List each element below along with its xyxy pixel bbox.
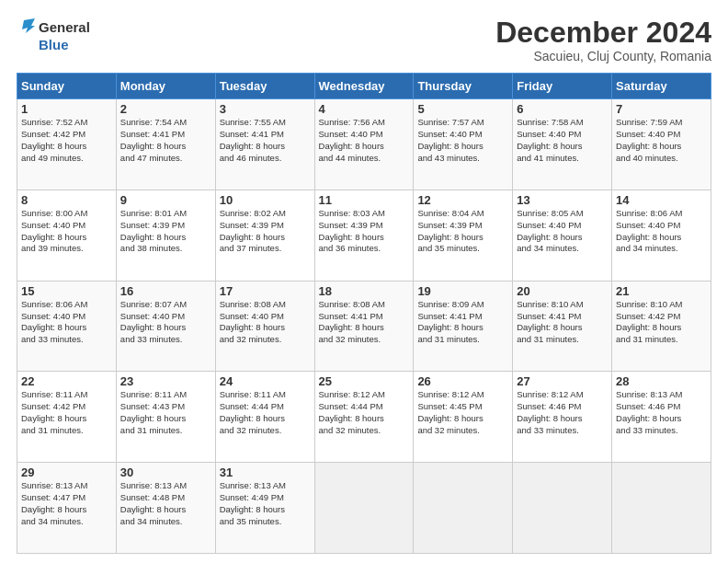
weekday-header-cell: Thursday [414, 74, 513, 99]
day-details: Sunrise: 8:08 AMSunset: 4:40 PMDaylight:… [220, 299, 311, 346]
day-number: 9 [120, 193, 211, 207]
calendar-day-cell: 13Sunrise: 8:05 AMSunset: 4:40 PMDayligh… [513, 190, 612, 281]
day-number: 27 [517, 374, 608, 388]
weekday-header-cell: Monday [116, 74, 215, 99]
day-number: 23 [120, 374, 211, 388]
calendar-day-cell: 8Sunrise: 8:00 AMSunset: 4:40 PMDaylight… [17, 190, 117, 281]
day-details: Sunrise: 8:12 AMSunset: 4:46 PMDaylight:… [517, 389, 608, 436]
calendar-day-cell: 25Sunrise: 8:12 AMSunset: 4:44 PMDayligh… [314, 372, 414, 463]
day-number: 8 [21, 193, 112, 207]
day-number: 20 [517, 284, 608, 298]
day-details: Sunrise: 7:55 AMSunset: 4:41 PMDaylight:… [220, 117, 311, 164]
day-number: 28 [616, 374, 707, 388]
day-number: 26 [417, 374, 508, 388]
day-details: Sunrise: 7:56 AMSunset: 4:40 PMDaylight:… [319, 117, 410, 164]
calendar-day-cell: 19Sunrise: 8:09 AMSunset: 4:41 PMDayligh… [414, 281, 513, 372]
day-details: Sunrise: 7:57 AMSunset: 4:40 PMDaylight:… [417, 117, 508, 164]
calendar-day-cell: 4Sunrise: 7:56 AMSunset: 4:40 PMDaylight… [314, 99, 414, 190]
calendar-week-row: 15Sunrise: 8:06 AMSunset: 4:40 PMDayligh… [17, 281, 711, 372]
calendar-week-row: 29Sunrise: 8:13 AMSunset: 4:47 PMDayligh… [17, 463, 711, 554]
day-number: 17 [220, 284, 311, 298]
day-number: 14 [616, 193, 707, 207]
main-title: December 2024 [495, 17, 711, 49]
day-number: 12 [417, 193, 508, 207]
logo-text-general: General [39, 19, 90, 35]
calendar-day-cell: 15Sunrise: 8:06 AMSunset: 4:40 PMDayligh… [17, 281, 117, 372]
day-details: Sunrise: 8:03 AMSunset: 4:39 PMDaylight:… [319, 208, 410, 255]
day-number: 18 [319, 284, 410, 298]
day-details: Sunrise: 7:52 AMSunset: 4:42 PMDaylight:… [21, 117, 112, 164]
day-details: Sunrise: 7:58 AMSunset: 4:40 PMDaylight:… [517, 117, 608, 164]
day-number: 31 [220, 465, 311, 479]
calendar-day-cell: 22Sunrise: 8:11 AMSunset: 4:42 PMDayligh… [17, 372, 117, 463]
day-details: Sunrise: 7:54 AMSunset: 4:41 PMDaylight:… [120, 117, 211, 164]
calendar-day-cell: 6Sunrise: 7:58 AMSunset: 4:40 PMDaylight… [513, 99, 612, 190]
day-number: 29 [21, 465, 112, 479]
weekday-header-cell: Wednesday [314, 74, 414, 99]
subtitle: Sacuieu, Cluj County, Romania [495, 49, 711, 63]
calendar-day-cell: 27Sunrise: 8:12 AMSunset: 4:46 PMDayligh… [513, 372, 612, 463]
day-number: 13 [517, 193, 608, 207]
day-number: 16 [120, 284, 211, 298]
day-number: 3 [220, 102, 311, 116]
day-number: 2 [120, 102, 211, 116]
calendar-day-cell: 23Sunrise: 8:11 AMSunset: 4:43 PMDayligh… [116, 372, 215, 463]
day-details: Sunrise: 8:11 AMSunset: 4:43 PMDaylight:… [120, 389, 211, 436]
title-block: December 2024 Sacuieu, Cluj County, Roma… [495, 17, 711, 63]
day-details: Sunrise: 8:13 AMSunset: 4:46 PMDaylight:… [616, 389, 707, 436]
day-details: Sunrise: 8:02 AMSunset: 4:39 PMDaylight:… [220, 208, 311, 255]
calendar-day-cell: 20Sunrise: 8:10 AMSunset: 4:41 PMDayligh… [513, 281, 612, 372]
calendar-day-cell: 5Sunrise: 7:57 AMSunset: 4:40 PMDaylight… [414, 99, 513, 190]
day-details: Sunrise: 8:11 AMSunset: 4:44 PMDaylight:… [220, 389, 311, 436]
day-number: 25 [319, 374, 410, 388]
calendar-table: SundayMondayTuesdayWednesdayThursdayFrid… [17, 73, 711, 554]
calendar-day-cell: 26Sunrise: 8:12 AMSunset: 4:45 PMDayligh… [414, 372, 513, 463]
day-details: Sunrise: 8:11 AMSunset: 4:42 PMDaylight:… [21, 389, 112, 436]
day-details: Sunrise: 8:00 AMSunset: 4:40 PMDaylight:… [21, 208, 112, 255]
day-details: Sunrise: 8:06 AMSunset: 4:40 PMDaylight:… [616, 208, 707, 255]
calendar-day-cell [414, 463, 513, 554]
day-number: 22 [21, 374, 112, 388]
calendar-day-cell: 1Sunrise: 7:52 AMSunset: 4:42 PMDaylight… [17, 99, 117, 190]
calendar-week-row: 22Sunrise: 8:11 AMSunset: 4:42 PMDayligh… [17, 372, 711, 463]
day-details: Sunrise: 8:12 AMSunset: 4:44 PMDaylight:… [319, 389, 410, 436]
day-number: 11 [319, 193, 410, 207]
calendar-day-cell: 16Sunrise: 8:07 AMSunset: 4:40 PMDayligh… [116, 281, 215, 372]
day-details: Sunrise: 8:13 AMSunset: 4:47 PMDaylight:… [21, 480, 112, 527]
day-details: Sunrise: 8:13 AMSunset: 4:48 PMDaylight:… [120, 480, 211, 527]
calendar-day-cell: 17Sunrise: 8:08 AMSunset: 4:40 PMDayligh… [215, 281, 314, 372]
day-number: 6 [517, 102, 608, 116]
calendar-body: 1Sunrise: 7:52 AMSunset: 4:42 PMDaylight… [17, 99, 711, 554]
day-number: 15 [21, 284, 112, 298]
calendar-day-cell [314, 463, 414, 554]
calendar-week-row: 1Sunrise: 7:52 AMSunset: 4:42 PMDaylight… [17, 99, 711, 190]
day-details: Sunrise: 8:12 AMSunset: 4:45 PMDaylight:… [417, 389, 508, 436]
day-number: 10 [220, 193, 311, 207]
weekday-header-row: SundayMondayTuesdayWednesdayThursdayFrid… [17, 74, 711, 99]
day-number: 19 [417, 284, 508, 298]
calendar-day-cell: 7Sunrise: 7:59 AMSunset: 4:40 PMDaylight… [612, 99, 711, 190]
calendar-day-cell: 12Sunrise: 8:04 AMSunset: 4:39 PMDayligh… [414, 190, 513, 281]
weekday-header-cell: Friday [513, 74, 612, 99]
calendar-day-cell [612, 463, 711, 554]
calendar-week-row: 8Sunrise: 8:00 AMSunset: 4:40 PMDaylight… [17, 190, 711, 281]
day-details: Sunrise: 8:10 AMSunset: 4:41 PMDaylight:… [517, 299, 608, 346]
calendar-day-cell: 9Sunrise: 8:01 AMSunset: 4:39 PMDaylight… [116, 190, 215, 281]
calendar-day-cell: 28Sunrise: 8:13 AMSunset: 4:46 PMDayligh… [612, 372, 711, 463]
calendar-day-cell: 30Sunrise: 8:13 AMSunset: 4:48 PMDayligh… [116, 463, 215, 554]
calendar-day-cell: 2Sunrise: 7:54 AMSunset: 4:41 PMDaylight… [116, 99, 215, 190]
day-details: Sunrise: 8:06 AMSunset: 4:40 PMDaylight:… [21, 299, 112, 346]
weekday-header-cell: Sunday [17, 74, 117, 99]
calendar-day-cell: 21Sunrise: 8:10 AMSunset: 4:42 PMDayligh… [612, 281, 711, 372]
calendar-day-cell: 29Sunrise: 8:13 AMSunset: 4:47 PMDayligh… [17, 463, 117, 554]
svg-marker-0 [22, 18, 35, 33]
calendar-day-cell [513, 463, 612, 554]
day-details: Sunrise: 8:04 AMSunset: 4:39 PMDaylight:… [417, 208, 508, 255]
day-number: 5 [417, 102, 508, 116]
day-details: Sunrise: 8:01 AMSunset: 4:39 PMDaylight:… [120, 208, 211, 255]
logo-text-blue: Blue [39, 37, 69, 52]
day-number: 30 [120, 465, 211, 479]
day-details: Sunrise: 8:09 AMSunset: 4:41 PMDaylight:… [417, 299, 508, 346]
page: General Blue December 2024 Sacuieu, Cluj… [0, 0, 728, 563]
calendar-day-cell: 10Sunrise: 8:02 AMSunset: 4:39 PMDayligh… [215, 190, 314, 281]
